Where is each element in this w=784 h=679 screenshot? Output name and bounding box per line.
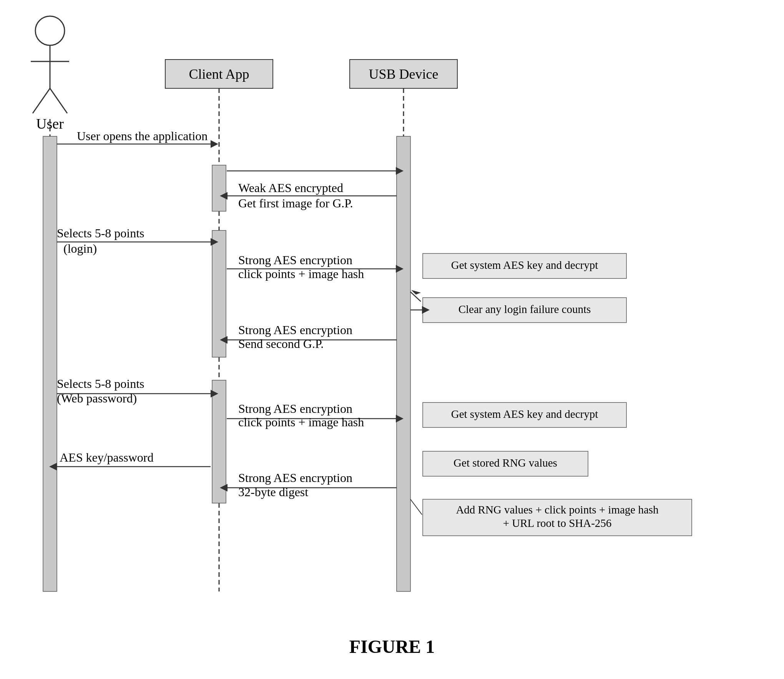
usb-device-label: USB Device bbox=[369, 66, 439, 82]
svg-line-3 bbox=[33, 88, 50, 113]
note-clear-login-failure: Clear any login failure counts bbox=[458, 303, 591, 315]
note-get-rng: Get stored RNG values bbox=[453, 457, 557, 469]
svg-rect-13 bbox=[212, 380, 226, 503]
svg-rect-10 bbox=[43, 136, 57, 591]
msg-strong-aes-3: Strong AES encryption bbox=[238, 471, 352, 485]
note-get-system-key-1: Get system AES key and decrypt bbox=[451, 259, 598, 271]
note-add-rng-sha: Add RNG values + click points + image ha… bbox=[456, 503, 659, 516]
msg-32-byte-digest: 32-byte digest bbox=[238, 485, 308, 499]
svg-marker-16 bbox=[211, 140, 218, 148]
note-get-system-key-2: Get system AES key and decrypt bbox=[451, 408, 598, 420]
msg-send-second-gp: Send second G.P. bbox=[238, 337, 324, 351]
svg-point-0 bbox=[35, 16, 65, 45]
msg-web-password-paren: (Web password) bbox=[57, 391, 137, 405]
msg-click-points-1: click points + image hash bbox=[238, 267, 364, 281]
msg-strong-aes-1: Strong AES encryption bbox=[238, 253, 352, 267]
msg-get-first-image: Get first image for G.P. bbox=[238, 196, 353, 210]
client-app-label: Client App bbox=[189, 66, 249, 82]
msg-open-app: User opens the application bbox=[77, 129, 208, 143]
msg-selects-login-1: Selects 5-8 points bbox=[57, 226, 145, 240]
msg-strong-aes-send-2nd: Strong AES encryption bbox=[238, 323, 352, 337]
svg-rect-14 bbox=[397, 136, 410, 591]
msg-weak-aes: Weak AES encrypted bbox=[238, 181, 343, 195]
figure-label: FIGURE 1 bbox=[349, 636, 435, 657]
msg-login-paren: (login) bbox=[63, 242, 97, 255]
note-add-rng-sha-2: + URL root to SHA-256 bbox=[503, 517, 612, 529]
msg-aes-key-password: AES key/password bbox=[60, 450, 153, 464]
svg-rect-11 bbox=[212, 165, 226, 211]
svg-line-44 bbox=[410, 499, 422, 515]
msg-strong-aes-2: Strong AES encryption bbox=[238, 402, 352, 416]
svg-line-4 bbox=[50, 88, 67, 113]
diagram-container: User Client App USB Device User opens th… bbox=[0, 0, 784, 679]
msg-click-points-2: click points + image hash bbox=[238, 415, 364, 429]
msg-selects-web-pwd-1: Selects 5-8 points bbox=[57, 377, 145, 391]
